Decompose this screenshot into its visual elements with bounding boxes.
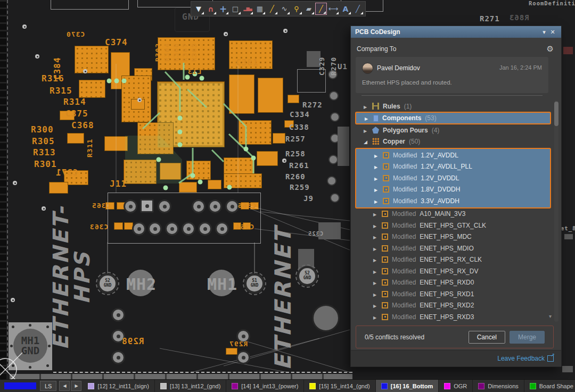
layer-sets-button[interactable]: LS [40, 381, 56, 391]
line-icon[interactable]: ╱ [352, 3, 364, 15]
expand-arrow-icon[interactable] [374, 186, 379, 193]
chart-icon[interactable]: ▂▆▄ [242, 3, 253, 15]
mh1-gnd-pad: MH1 GND [9, 322, 52, 370]
tree-item-components[interactable]: Components (53) [355, 112, 551, 124]
net-name: ENET_HPS_MDC [420, 233, 471, 240]
tree-item-rules[interactable]: Rules (1) [355, 101, 551, 112]
component-icon[interactable]: ▦ [254, 3, 266, 15]
merge-button[interactable]: Merge [510, 331, 545, 344]
active-route-icon[interactable]: ╱ [315, 3, 327, 15]
polygon-pours-icon [372, 127, 379, 134]
panel-close-icon[interactable]: ✕ [548, 29, 557, 36]
net-change-type: Modified [392, 222, 416, 229]
tree-item-net[interactable]: Modified ENET_HPS_RXD2 [355, 300, 551, 312]
expand-arrow-icon[interactable] [374, 174, 379, 182]
expand-arrow-icon[interactable] [373, 222, 378, 229]
tree-item-polygon-pours[interactable]: Polygon Pours (4) [355, 124, 551, 136]
tree-item-net[interactable]: Modified ENET_HPS_MDIO [355, 243, 551, 254]
diff-pair-route-icon[interactable]: ∿ [278, 3, 290, 15]
tree-item-net[interactable]: Modified ENET_HPS_RX_DV [355, 265, 551, 277]
tree-item-net[interactable]: Modified 1.2V_AVDLL_PLL [356, 161, 550, 173]
expand-arrow-icon[interactable] [373, 302, 378, 309]
mh2-label: MH2 [126, 275, 157, 294]
expand-arrow-icon[interactable] [373, 245, 378, 252]
layer-tab[interactable]: [12] 12_int11_(sign) [83, 380, 154, 392]
gear-icon[interactable]: ⚙ [547, 44, 554, 54]
expand-arrow-icon[interactable] [373, 256, 378, 263]
expand-arrow-icon[interactable] [374, 152, 379, 159]
measure-icon[interactable]: ⟷ [327, 3, 339, 15]
via [137, 98, 142, 102]
expand-arrow-icon[interactable] [373, 233, 378, 240]
expand-arrow-icon[interactable] [374, 163, 379, 170]
expand-arrow-icon[interactable] [364, 103, 368, 110]
pcb-pad [257, 151, 278, 166]
prev-layer-button[interactable]: ◀ [59, 381, 70, 391]
cancel-button[interactable]: Cancel [469, 331, 505, 344]
via-icon[interactable]: ⚲ [291, 3, 302, 15]
tree-item-net[interactable]: Modified ENET_HPS_RXD3 [355, 311, 551, 323]
layer-tab[interactable]: OGR [439, 380, 473, 392]
modified-net-icon [382, 222, 388, 229]
leave-feedback-link[interactable]: Leave Feedback [497, 355, 554, 362]
filter-icon[interactable]: ▼ [193, 3, 204, 15]
magnet-snap-icon[interactable]: ∩ [205, 3, 217, 15]
pcb-designator: R270 [330, 57, 337, 76]
via [224, 32, 228, 36]
tree-item-net[interactable]: Modified 3.3V_AVDDH [356, 195, 550, 207]
tree-item-net[interactable]: Modified ENET_HPS_RX_CLK [355, 254, 551, 266]
crosshair-icon[interactable]: + [217, 3, 229, 15]
tree-scrollbar[interactable] [554, 101, 558, 322]
layer-tab[interactable]: [13] 13_int12_(gnd) [155, 380, 226, 392]
tree-item-copper[interactable]: Copper (50) [355, 136, 551, 147]
modified-net-icon [382, 245, 388, 252]
layer-tab[interactable]: [14] 14_int13_(power) [226, 380, 304, 392]
pcb-designator: U1 [338, 63, 348, 70]
pcb-designator: R315 [50, 87, 72, 95]
expand-arrow-icon[interactable] [365, 114, 369, 122]
net-change-type: Modified [392, 279, 416, 286]
layer-tab[interactable]: Board Shape [524, 380, 575, 392]
tree-item-net[interactable]: Modified 1.2V_AVDDL [356, 149, 550, 161]
expand-arrow-icon[interactable] [373, 313, 378, 321]
modified-net-icon [382, 233, 388, 240]
route-icon[interactable]: ╱ [266, 3, 278, 15]
tree-item-net[interactable]: Modified ENET_HPS_GTX_CLK [355, 220, 551, 231]
scroll-down-icon[interactable]: ▾ [549, 313, 552, 319]
tree-item-net[interactable]: Modified 1.8V_DVDDH [356, 184, 550, 196]
tree-item-net[interactable]: Modified ENET_HPS_MDC [355, 231, 551, 243]
layer-tab[interactable]: [16] 16_Bottom [376, 380, 439, 392]
pcb-designator: R260 [285, 173, 306, 180]
layer-tab[interactable]: [15] 15_int14_(gnd) [304, 380, 375, 392]
board-edge-bar [10, 374, 352, 379]
tree-item-net[interactable]: Modified ENET_HPS_RXD1 [355, 288, 551, 300]
tree-item-net[interactable]: Modified A10_MAIN_3V3 [355, 208, 551, 220]
collapse-arrow-icon[interactable] [364, 138, 368, 145]
polygon-pour-icon[interactable]: ▰ [303, 3, 315, 15]
expand-arrow-icon[interactable] [374, 197, 379, 205]
components-icon [373, 115, 379, 122]
panel-title: PCB CoDesign [355, 28, 400, 36]
layer-tab-label: [16] 16_Bottom [391, 383, 433, 389]
panel-collapse-icon[interactable]: ▾ [540, 29, 548, 36]
expand-arrow-icon[interactable] [373, 290, 378, 298]
scrollbar-thumb[interactable] [554, 102, 558, 126]
via [35, 54, 39, 59]
layer-tab-bar: LS ◀ ▶ [12] 12_int11_(sign) [13] 13_int1… [0, 379, 575, 392]
tree-item-net[interactable]: Modified 1.2V_DVDDL [356, 172, 550, 184]
pcb-designator: C368 [71, 121, 94, 130]
tree-item-net[interactable]: Modified ENET_HPS_RXD0 [355, 277, 551, 289]
layer-tab-label: [13] 13_int12_(gnd) [170, 383, 220, 389]
current-layer-color-swatch[interactable] [4, 382, 36, 389]
expand-arrow-icon[interactable] [364, 127, 368, 134]
layer-tab[interactable]: Dimensions [473, 380, 524, 392]
next-layer-button[interactable]: ▶ [71, 381, 81, 391]
expand-arrow-icon[interactable] [373, 279, 378, 286]
expand-arrow-icon[interactable] [373, 210, 378, 218]
expand-arrow-icon[interactable] [373, 268, 378, 275]
tree-group-label: Polygon Pours [383, 127, 428, 134]
layer-color-swatch [309, 383, 316, 389]
text-icon[interactable]: A [340, 3, 351, 15]
select-area-icon[interactable]: □ [229, 3, 241, 15]
pcb-pad [288, 95, 299, 103]
